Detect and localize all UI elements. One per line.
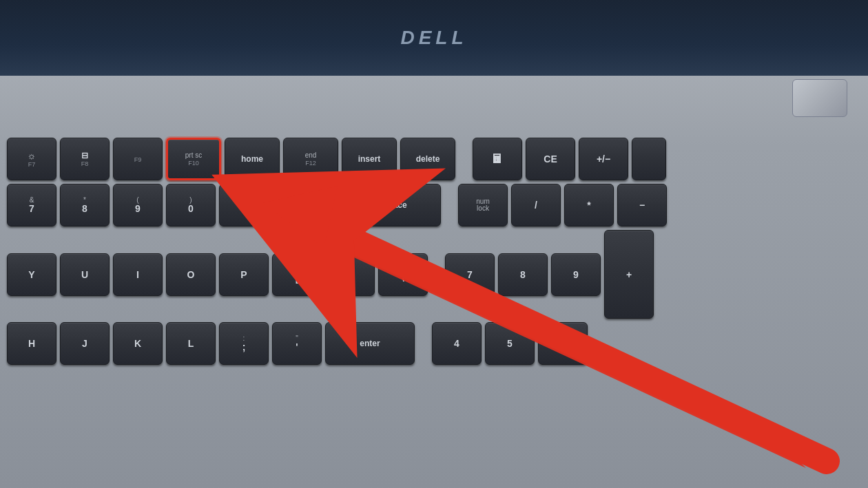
key-num7[interactable]: 7	[445, 253, 495, 296]
power-button[interactable]	[792, 79, 847, 117]
key-plusminus[interactable]: +/−	[579, 138, 628, 180]
dell-logo: DELL	[400, 27, 467, 49]
key-num9[interactable]: 9	[551, 253, 601, 296]
key-end[interactable]: end F12	[283, 138, 338, 180]
key-num8[interactable]: 8	[498, 253, 548, 296]
key-numplus[interactable]: +	[604, 230, 654, 319]
key-f8[interactable]: ⊟ F8	[60, 138, 110, 180]
key-f9[interactable]: F9	[113, 138, 163, 180]
key-quote[interactable]: " '	[272, 322, 322, 365]
key-underscore[interactable]: _ −	[219, 184, 269, 226]
home-row: H J K L : ; " ' enter 4	[7, 322, 861, 365]
fn-row: ☼ F7 ⊟ F8 F9 prt sc F10 home end F12	[7, 138, 861, 180]
laptop-body: DELL ☼ F7 ⊟ F8 F9 prt sc F10 ho	[0, 0, 868, 488]
key-backspace[interactable]: backspace	[331, 184, 441, 226]
key-u[interactable]: U	[60, 253, 110, 296]
key-rbracket[interactable]: } ]	[325, 253, 375, 296]
key-lbracket[interactable]: { [	[272, 253, 322, 296]
top-bar: DELL	[0, 0, 868, 76]
key-o[interactable]: O	[166, 253, 216, 296]
key-k[interactable]: K	[113, 322, 163, 365]
key-num6[interactable]: 6	[538, 322, 588, 365]
qwerty-row: Y U I O P { [ } ] | \	[7, 230, 861, 319]
key-numminus[interactable]: −	[617, 184, 667, 226]
key-numdiv[interactable]: /	[511, 184, 561, 226]
key-f7[interactable]: ☼ F7	[7, 138, 56, 180]
keyboard-area: ☼ F7 ⊟ F8 F9 prt sc F10 home end F12	[0, 127, 868, 488]
key-backslash[interactable]: | \	[378, 253, 428, 296]
key-p[interactable]: P	[219, 253, 269, 296]
key-numlock[interactable]: num lock	[458, 184, 508, 226]
key-num4[interactable]: 4	[432, 322, 482, 365]
key-l[interactable]: L	[166, 322, 216, 365]
key-insert[interactable]: insert	[342, 138, 397, 180]
key-empty[interactable]	[272, 184, 313, 226]
key-8[interactable]: * 8	[60, 184, 110, 226]
key-calc[interactable]: 🖩	[473, 138, 522, 180]
key-prtsc[interactable]: prt sc F10	[166, 138, 221, 180]
key-9[interactable]: ( 9	[113, 184, 163, 226]
key-j[interactable]: J	[60, 322, 110, 365]
key-ce[interactable]: CE	[526, 138, 575, 180]
key-home[interactable]: home	[225, 138, 280, 180]
num-row: & 7 * 8 ( 9 ) 0 _ − backspace	[7, 184, 861, 226]
key-semicolon[interactable]: : ;	[219, 322, 269, 365]
key-h[interactable]: H	[7, 322, 56, 365]
key-rightedge[interactable]	[632, 138, 666, 180]
key-i[interactable]: I	[113, 253, 163, 296]
key-nummul[interactable]: *	[564, 184, 614, 226]
key-y[interactable]: Y	[7, 253, 56, 296]
key-enter[interactable]: enter	[325, 322, 415, 365]
key-delete[interactable]: delete	[400, 138, 455, 180]
key-num5[interactable]: 5	[485, 322, 535, 365]
key-7[interactable]: & 7	[7, 184, 56, 226]
key-0[interactable]: ) 0	[166, 184, 216, 226]
